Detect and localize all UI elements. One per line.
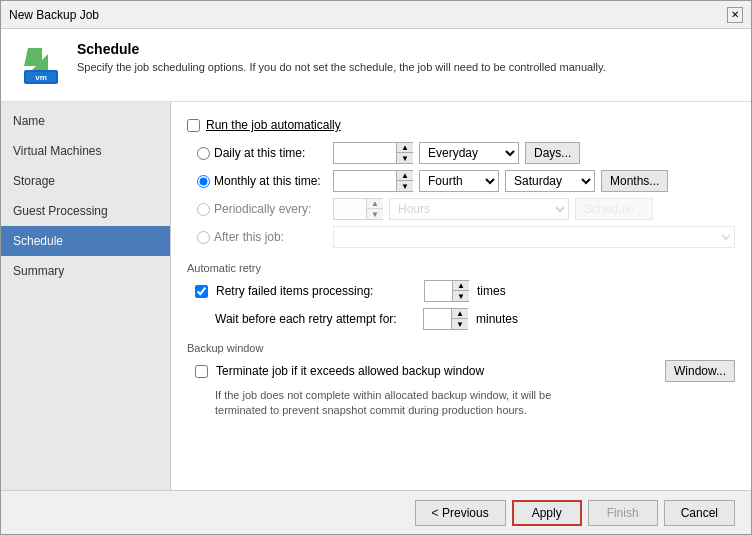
retry-down[interactable]: ▼ (453, 291, 469, 301)
periodically-value-spinner: 1 ▲ ▼ (333, 198, 383, 220)
retry-row: Retry failed items processing: 3 ▲ ▼ tim… (187, 280, 735, 302)
daily-time-arrows: ▲ ▼ (396, 143, 413, 163)
svg-text:vm: vm (35, 73, 47, 82)
monthly-time-arrows: ▲ ▼ (396, 171, 413, 191)
retry-label[interactable]: Retry failed items processing: (216, 284, 416, 298)
periodically-unit-select[interactable]: Hours Minutes (389, 198, 569, 220)
monthly-radio[interactable] (197, 175, 210, 188)
monthly-time-down[interactable]: ▼ (397, 181, 413, 191)
after-job-radio[interactable] (197, 231, 210, 244)
daily-radio[interactable] (197, 147, 210, 160)
monthly-time-up[interactable]: ▲ (397, 171, 413, 181)
daily-time-down[interactable]: ▼ (397, 153, 413, 163)
daily-row: Daily at this time: 10:00 PM ▲ ▼ Everyda… (197, 142, 735, 164)
svg-marker-0 (24, 48, 48, 72)
run-automatically-row: Run the job automatically (187, 118, 735, 132)
run-automatically-checkbox[interactable] (187, 119, 200, 132)
retry-arrows: ▲ ▼ (452, 281, 469, 301)
after-job-row: After this job: (197, 226, 735, 248)
automatic-retry-title: Automatic retry (187, 262, 735, 274)
backup-window-title: Backup window (187, 342, 735, 354)
schedule-button[interactable]: Schedule... (575, 198, 653, 220)
header-title: Schedule (77, 41, 606, 57)
terminate-label[interactable]: Terminate job if it exceeds allowed back… (216, 364, 484, 378)
periodically-up[interactable]: ▲ (367, 199, 383, 209)
periodically-row: Periodically every: 1 ▲ ▼ Hours Minutes … (197, 198, 735, 220)
finish-button[interactable]: Finish (588, 500, 658, 526)
monthly-radio-label[interactable]: Monthly at this time: (197, 174, 327, 188)
sidebar-item-guest-processing[interactable]: Guest Processing (1, 196, 170, 226)
run-automatically-label[interactable]: Run the job automatically (206, 118, 341, 132)
backup-window-section: Backup window Terminate job if it exceed… (187, 342, 735, 419)
sidebar: Name Virtual Machines Storage Guest Proc… (1, 102, 171, 490)
main-window: New Backup Job ✕ vm Schedule Specify the… (0, 0, 752, 535)
header-section: vm Schedule Specify the job scheduling o… (1, 29, 751, 102)
sidebar-item-name[interactable]: Name (1, 106, 170, 136)
after-job-radio-label[interactable]: After this job: (197, 230, 327, 244)
automatic-retry-section: Automatic retry Retry failed items proce… (187, 262, 735, 330)
title-bar: New Backup Job ✕ (1, 1, 751, 29)
monthly-day-select[interactable]: Monday Tuesday Wednesday Thursday Friday… (505, 170, 595, 192)
after-job-select[interactable] (333, 226, 735, 248)
sidebar-item-summary[interactable]: Summary (1, 256, 170, 286)
wait-suffix: minutes (476, 312, 518, 326)
terminate-checkbox[interactable] (195, 365, 208, 378)
wait-arrows: ▲ ▼ (451, 309, 468, 329)
footer: < Previous Apply Finish Cancel (1, 490, 751, 534)
cancel-button[interactable]: Cancel (664, 500, 735, 526)
periodically-radio[interactable] (197, 203, 210, 216)
wait-down[interactable]: ▼ (452, 319, 468, 329)
days-button[interactable]: Days... (525, 142, 580, 164)
sidebar-item-storage[interactable]: Storage (1, 166, 170, 196)
main-content: Name Virtual Machines Storage Guest Proc… (1, 102, 751, 490)
daily-radio-label[interactable]: Daily at this time: (197, 146, 327, 160)
previous-button[interactable]: < Previous (415, 500, 506, 526)
daily-frequency-select[interactable]: Everyday Weekdays Weekends (419, 142, 519, 164)
monthly-time-spinner: 10:00 PM ▲ ▼ (333, 170, 413, 192)
retry-value-spinner: 3 ▲ ▼ (424, 280, 469, 302)
daily-time-up[interactable]: ▲ (397, 143, 413, 153)
wait-up[interactable]: ▲ (452, 309, 468, 319)
retry-suffix: times (477, 284, 506, 298)
daily-time-spinner: 10:00 PM ▲ ▼ (333, 142, 413, 164)
retry-checkbox[interactable] (195, 285, 208, 298)
backup-window-row: Terminate job if it exceeds allowed back… (187, 360, 735, 382)
wait-value-spinner: 10 ▲ ▼ (423, 308, 468, 330)
months-button[interactable]: Months... (601, 170, 668, 192)
periodically-arrows: ▲ ▼ (366, 199, 383, 219)
backup-description: If the job does not complete within allo… (187, 388, 735, 419)
window-title: New Backup Job (9, 8, 99, 22)
wait-row: Wait before each retry attempt for: 10 ▲… (187, 308, 735, 330)
header-text: Schedule Specify the job scheduling opti… (77, 41, 606, 73)
header-icon: vm (17, 41, 65, 89)
retry-up[interactable]: ▲ (453, 281, 469, 291)
periodically-radio-label[interactable]: Periodically every: (197, 202, 327, 216)
sidebar-item-virtual-machines[interactable]: Virtual Machines (1, 136, 170, 166)
schedule-options: Daily at this time: 10:00 PM ▲ ▼ Everyda… (187, 142, 735, 248)
monthly-week-select[interactable]: First Second Third Fourth Last (419, 170, 499, 192)
wait-label: Wait before each retry attempt for: (215, 312, 415, 326)
apply-button[interactable]: Apply (512, 500, 582, 526)
window-button[interactable]: Window... (665, 360, 735, 382)
sidebar-item-schedule[interactable]: Schedule (1, 226, 170, 256)
monthly-row: Monthly at this time: 10:00 PM ▲ ▼ First… (197, 170, 735, 192)
close-button[interactable]: ✕ (727, 7, 743, 23)
header-description: Specify the job scheduling options. If y… (77, 61, 606, 73)
content-area: Run the job automatically Daily at this … (171, 102, 751, 490)
periodically-down[interactable]: ▼ (367, 209, 383, 219)
